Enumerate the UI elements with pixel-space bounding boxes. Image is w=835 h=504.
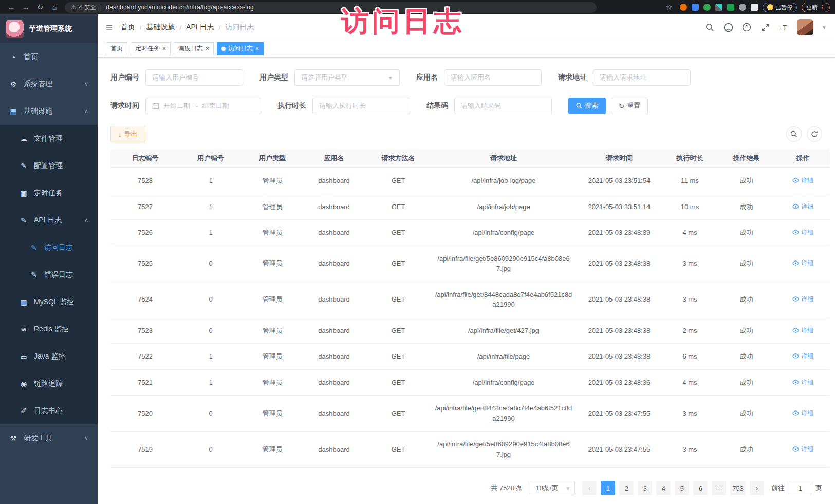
extension-icon[interactable] bbox=[680, 4, 687, 11]
update-button[interactable]: 更新 ⋮ bbox=[802, 3, 830, 12]
page-button[interactable]: 3 bbox=[638, 481, 652, 495]
filter-field-request-url: 请求地址请输入请求地址 bbox=[558, 69, 691, 86]
sidebar-item-trace-eye[interactable]: ◉链路追踪 bbox=[0, 370, 98, 397]
tab-首页[interactable]: 首页 bbox=[106, 42, 127, 55]
sidebar-item-file-upload[interactable]: ☁文件管理 bbox=[0, 125, 98, 152]
toggle-search-button[interactable] bbox=[786, 126, 802, 142]
sidebar-item-redis-monitor[interactable]: ≋Redis 监控 bbox=[0, 315, 98, 343]
user-type-select[interactable]: 请选择用户类型▼ bbox=[294, 69, 400, 86]
filter-row-2: 请求时间开始日期~结束日期执行时长请输入执行时长结果码请输入结果码搜索↻重置 bbox=[110, 98, 822, 114]
sidebar-item-error-log[interactable]: ✎错误日志 bbox=[0, 261, 98, 288]
browser-menu-icon[interactable]: ⋮ bbox=[820, 4, 825, 11]
gear-icon: ⚙ bbox=[9, 80, 17, 88]
search-button[interactable]: 搜索 bbox=[568, 98, 606, 114]
extension-shield-icon[interactable] bbox=[692, 4, 699, 11]
sidebar-item-config-edit[interactable]: ✎配置管理 bbox=[0, 152, 98, 179]
breadcrumb-item[interactable]: API 日志 bbox=[186, 23, 214, 32]
tab-定时任务[interactable]: 定时任务× bbox=[131, 42, 171, 55]
sidebar-item-mysql-monitor[interactable]: ▥MySQL 监控 bbox=[0, 288, 98, 315]
prev-page-button[interactable]: ‹ bbox=[582, 481, 597, 495]
cell-method: GET bbox=[365, 168, 432, 194]
bookmark-star-icon[interactable]: ☆ bbox=[663, 0, 675, 14]
browser-forward-icon[interactable]: → bbox=[20, 0, 32, 14]
per-page-select[interactable]: 10条/页 ▼ bbox=[530, 481, 575, 495]
tab-调度日志[interactable]: 调度日志× bbox=[174, 42, 214, 55]
sidebar-item-scheduled-task[interactable]: ▣定时任务 bbox=[0, 179, 98, 207]
extensions-puzzle-icon[interactable] bbox=[751, 4, 758, 11]
detail-link[interactable]: 详细 bbox=[792, 202, 813, 211]
detail-link[interactable]: 详细 bbox=[792, 408, 813, 418]
sidebar-item-dev-tools[interactable]: ⚒研发工具∨ bbox=[0, 424, 98, 452]
sidebar-item-java-monitor[interactable]: ▭Java 监控 bbox=[0, 343, 98, 370]
extension-icon[interactable] bbox=[703, 4, 711, 11]
cell-time: 2021-05-03 23:51:14 bbox=[576, 194, 663, 220]
sidebar-item-home[interactable]: ◔首页 bbox=[0, 43, 98, 70]
chevron-down-icon: ▼ bbox=[565, 486, 570, 491]
browser-back-icon[interactable]: ← bbox=[5, 0, 17, 14]
refresh-table-button[interactable] bbox=[807, 126, 822, 142]
cell-user_id: 0 bbox=[180, 246, 242, 282]
detail-link[interactable]: 详细 bbox=[792, 326, 813, 335]
search-icon[interactable] bbox=[704, 22, 715, 32]
infra-icon: ▦ bbox=[9, 107, 17, 116]
page-button[interactable]: 4 bbox=[656, 481, 671, 495]
export-button[interactable]: ↓ 导出 bbox=[110, 126, 145, 142]
extension-icon[interactable] bbox=[715, 4, 722, 11]
page-button[interactable]: 6 bbox=[693, 481, 708, 495]
sidebar-item-infra[interactable]: ▦基础设施∧ bbox=[0, 98, 98, 125]
page-button[interactable]: 753 bbox=[730, 481, 746, 495]
sidebar-item-access-log[interactable]: ✎访问日志 bbox=[0, 234, 98, 261]
goto-page-input[interactable]: 1 bbox=[789, 481, 811, 495]
github-icon[interactable] bbox=[723, 22, 733, 32]
font-size-icon[interactable]: TT bbox=[778, 22, 789, 32]
detail-link[interactable]: 详细 bbox=[792, 176, 813, 185]
request-time-range-picker[interactable]: 开始日期~结束日期 bbox=[145, 98, 261, 114]
duration-input[interactable]: 请输入执行时长 bbox=[312, 98, 410, 114]
result-code-input[interactable]: 请输入结果码 bbox=[454, 98, 552, 114]
user-id-input[interactable]: 请输入用户编号 bbox=[145, 69, 243, 86]
close-icon[interactable]: × bbox=[206, 46, 209, 52]
paused-badge[interactable]: 已暂停 bbox=[763, 3, 797, 12]
fullscreen-icon[interactable] bbox=[760, 22, 770, 32]
more-pages-button[interactable]: ··· bbox=[712, 481, 726, 495]
hamburger-icon[interactable]: ≡ bbox=[106, 22, 113, 33]
page-button[interactable]: 1 bbox=[601, 481, 615, 495]
browser-home-icon[interactable]: ⌂ bbox=[48, 0, 61, 14]
detail-link[interactable]: 详细 bbox=[792, 228, 813, 237]
reset-button[interactable]: ↻重置 bbox=[611, 98, 648, 114]
detail-link[interactable]: 详细 bbox=[792, 351, 813, 361]
dev-tools-icon: ⚒ bbox=[9, 434, 17, 442]
sidebar-item-label: 定时任务 bbox=[34, 189, 88, 198]
avatar-caret-icon[interactable]: ▼ bbox=[822, 25, 827, 30]
detail-link[interactable]: 详细 bbox=[792, 294, 813, 304]
breadcrumb-item[interactable]: 首页 bbox=[121, 23, 135, 32]
user-avatar[interactable] bbox=[797, 19, 813, 35]
close-icon[interactable]: × bbox=[255, 46, 259, 52]
sidebar-item-api-log[interactable]: ✎API 日志∧ bbox=[0, 207, 98, 234]
breadcrumb-item[interactable]: 基础设施 bbox=[146, 23, 175, 32]
browser-address-bar[interactable]: ⚠ 不安全 | dashboard.yudao.iocoder.cn/infra… bbox=[65, 2, 597, 13]
calendar-icon bbox=[152, 102, 159, 109]
cell-user_type: 管理员 bbox=[242, 318, 303, 344]
detail-link[interactable]: 详细 bbox=[792, 444, 813, 454]
sidebar-item-log-center[interactable]: ✐日志中心 bbox=[0, 397, 98, 424]
logo-bar[interactable]: 芋道管理系统 bbox=[0, 14, 98, 43]
page-button[interactable]: 2 bbox=[619, 481, 634, 495]
cell-app: dashboard bbox=[303, 396, 365, 432]
cell-id: 7526 bbox=[110, 220, 180, 246]
sidebar-item-gear[interactable]: ⚙系统管理∨ bbox=[0, 70, 98, 98]
request-url-input[interactable]: 请输入请求地址 bbox=[593, 69, 691, 86]
table-row: 75271管理员dashboardGET/api/infra/job/page2… bbox=[110, 194, 830, 220]
detail-link[interactable]: 详细 bbox=[792, 258, 813, 268]
close-icon[interactable]: × bbox=[162, 46, 166, 52]
extension-icon[interactable] bbox=[739, 4, 746, 11]
help-icon[interactable]: ? bbox=[741, 22, 752, 32]
translate-extension-icon[interactable] bbox=[727, 4, 734, 11]
next-page-button[interactable]: › bbox=[750, 481, 764, 495]
browser-reload-icon[interactable]: ↻ bbox=[34, 0, 46, 14]
not-secure-warning[interactable]: ⚠ 不安全 bbox=[71, 4, 96, 11]
app-name-input[interactable]: 请输入应用名 bbox=[444, 69, 542, 86]
page-button[interactable]: 5 bbox=[675, 481, 689, 495]
detail-link[interactable]: 详细 bbox=[792, 378, 813, 387]
tab-访问日志[interactable]: 访问日志× bbox=[217, 42, 264, 55]
